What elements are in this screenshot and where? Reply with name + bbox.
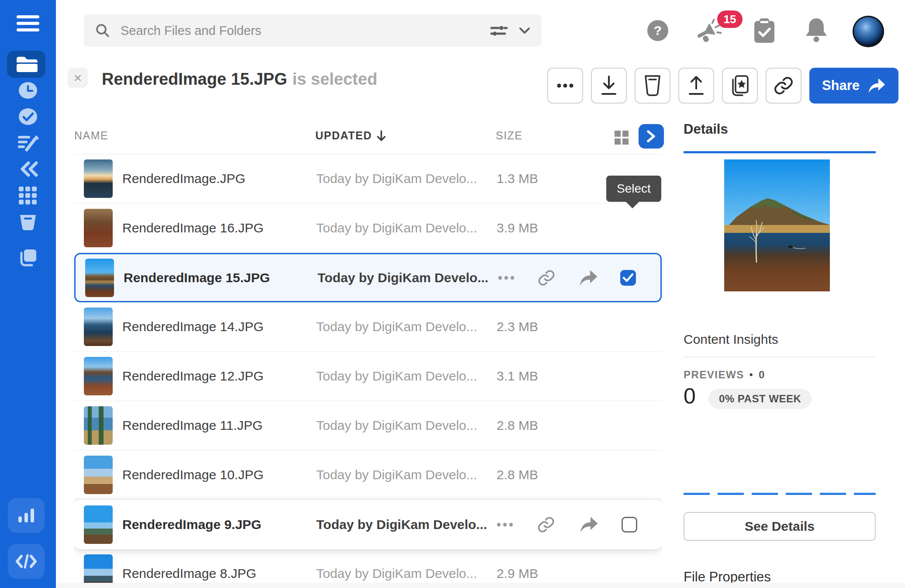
row-link-icon[interactable] [537,268,556,287]
sort-descending-icon [376,130,387,142]
file-size: 2.8 MB [497,418,538,433]
sidebar-item-apps[interactable] [0,182,56,210]
search-icon [95,23,110,38]
file-size: 2.3 MB [497,319,538,334]
file-updated: Today by DigiKam Develo... [318,270,498,285]
file-updated: Today by DigiKam Develo... [316,418,497,433]
help-button[interactable]: ? [647,20,668,41]
sidebar-item-recents[interactable] [0,76,56,104]
column-header-updated[interactable]: UPDATED [315,129,387,142]
grid-view-icon [614,130,629,145]
clipboard-check-icon [752,17,777,45]
column-header-name[interactable]: NAME [74,129,108,142]
row-more-options-icon[interactable] [498,275,515,280]
footer-band [56,583,905,588]
playlist-edit-icon [17,133,39,152]
file-name: RenderedImage 16.JPG [122,221,316,235]
search-input[interactable] [120,23,490,38]
share-button[interactable]: Share [809,68,898,104]
table-row[interactable]: RenderedImage 15.JPG Today by DigiKam De… [74,253,662,302]
copy-icon [18,248,38,268]
file-rows: RenderedImage.JPG Today by DigiKam Devel… [74,154,662,588]
content-insights-heading: Content Insights [684,332,778,347]
table-row[interactable]: RenderedImage 9.JPG Today by DigiKam Dev… [74,500,662,549]
file-thumbnail [84,406,113,445]
row-share-icon[interactable] [579,516,598,533]
close-selection-button[interactable]: × [68,68,88,88]
see-details-button[interactable]: See Details [684,512,876,541]
bar-chart-icon [17,507,36,524]
file-name: RenderedImage 12.JPG [122,369,316,384]
table-row[interactable]: RenderedImage 10.JPG Today by DigiKam De… [74,450,662,500]
upload-button[interactable] [678,68,714,104]
copy-link-button[interactable] [766,68,801,104]
sidebar-item-developer[interactable] [8,544,45,579]
select-checkbox[interactable] [622,517,637,533]
folder-icon [15,55,38,74]
notifications-button[interactable] [804,17,829,45]
more-options-button[interactable] [547,68,583,104]
chevron-right-icon [646,130,656,143]
divider [684,357,876,357]
tasks-button[interactable] [752,17,777,45]
code-icon [15,553,37,570]
checkmark-icon [622,273,634,283]
file-updated: Today by DigiKam Develo... [316,467,497,482]
sidebar-item-files-active[interactable] [7,51,45,78]
file-preview-image [724,159,830,291]
row-actions [497,515,662,534]
sidebar-item-approved[interactable] [0,103,56,131]
previews-label: PREVIEWS [684,369,744,381]
select-checkbox[interactable] [620,270,636,286]
row-share-icon[interactable] [579,270,598,286]
row-link-icon[interactable] [536,515,556,534]
table-row[interactable]: RenderedImage 14.JPG Today by DigiKam De… [74,302,662,352]
sidebar-item-copy[interactable] [0,244,56,272]
table-row[interactable]: RenderedImage 11.JPG Today by DigiKam De… [74,401,662,450]
page-title: RenderedImage 15.JPGis selected [102,70,377,89]
upload-icon [686,75,706,97]
table-row[interactable]: RenderedImage 8.JPG Today by DigiKam Dev… [74,549,662,588]
file-thumbnail [84,456,113,494]
sidebar-item-shared-back[interactable] [0,155,56,183]
file-name: RenderedImage 14.JPG [122,319,316,334]
search-filter-icon[interactable] [490,23,513,38]
sidebar-item-playlist-edit[interactable] [0,129,56,157]
table-row[interactable]: RenderedImage 12.JPG Today by DigiKam De… [74,352,662,401]
trash-icon [643,74,662,97]
download-button[interactable] [591,68,627,104]
share-arrow-icon [867,78,886,93]
file-thumbnail [84,209,113,247]
grid-view-toggle[interactable] [613,129,630,146]
column-header-updated-label: UPDATED [315,129,372,142]
file-name: RenderedImage 9.JPG [122,517,316,532]
sidebar-item-insights[interactable] [8,498,45,533]
column-header-size[interactable]: SIZE [496,129,523,142]
file-name: RenderedImage 8.JPG [122,566,316,581]
chevron-down-icon[interactable] [519,27,530,35]
file-updated: Today by DigiKam Develo... [316,221,497,235]
hamburger-menu-icon[interactable] [0,10,56,38]
row-actions [498,268,660,287]
file-thumbnail [84,505,113,544]
app-grid-icon [18,186,38,206]
file-name: RenderedImage.JPG [122,171,316,186]
collapse-panel-button[interactable] [639,124,664,149]
table-row[interactable]: RenderedImage.JPG Today by DigiKam Devel… [74,154,662,204]
sidebar-item-trash[interactable] [0,208,56,236]
file-updated: Today by DigiKam Develo... [316,566,497,581]
file-updated: Today by DigiKam Develo... [316,171,497,186]
more-horizontal-icon [556,83,574,88]
selected-file-name: RenderedImage 15.JPG [102,70,287,88]
add-to-collection-button[interactable] [722,68,758,104]
row-more-options-icon[interactable] [497,522,513,527]
previews-count: 0 [759,369,765,381]
avatar[interactable] [853,16,884,47]
file-thumbnail [85,259,114,297]
details-heading: Details [684,121,876,137]
table-row[interactable]: RenderedImage 16.JPG Today by DigiKam De… [74,204,662,253]
file-size: 3.1 MB [497,369,538,384]
delete-button[interactable] [635,68,670,104]
details-panel: Details [684,121,876,137]
search-bar [84,14,542,47]
